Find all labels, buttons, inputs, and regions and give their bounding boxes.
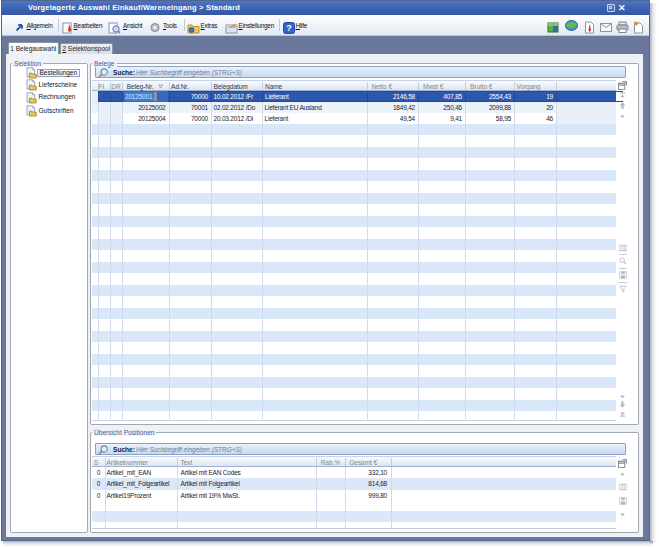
svg-text:?: ? bbox=[286, 23, 292, 33]
